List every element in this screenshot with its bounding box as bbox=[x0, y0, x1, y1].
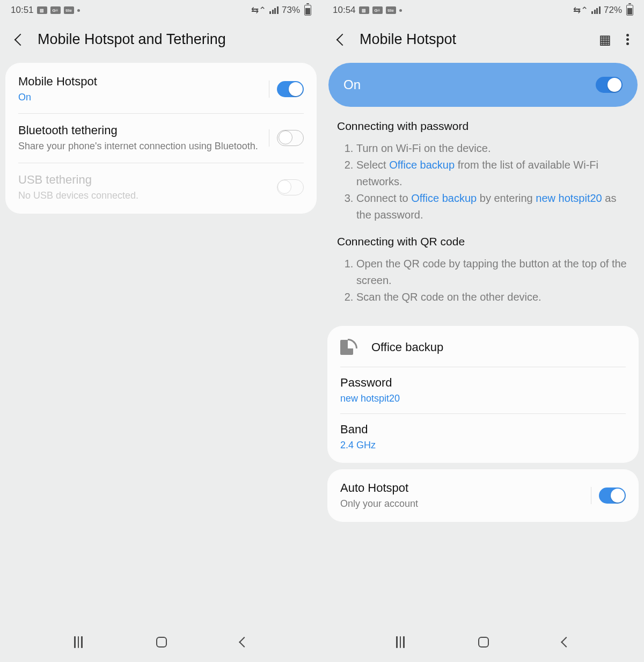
usb-tethering-label: USB tethering bbox=[18, 173, 270, 187]
password-row[interactable]: Password new hotspit20 bbox=[327, 367, 639, 413]
divider-icon bbox=[591, 487, 591, 504]
band-row[interactable]: Band 2.4 GHz bbox=[327, 414, 639, 460]
nav-back-button[interactable] bbox=[239, 637, 250, 648]
hotspot-master-toggle[interactable] bbox=[596, 77, 623, 93]
hotspot-master-toggle-row[interactable]: On bbox=[328, 63, 638, 107]
password-step-2: Select Office backup from the list of av… bbox=[356, 157, 629, 190]
nav-home-button[interactable] bbox=[156, 637, 167, 648]
tile-icon: tile bbox=[64, 6, 74, 14]
navigation-bar bbox=[322, 622, 644, 662]
auto-hotspot-toggle[interactable] bbox=[599, 488, 626, 504]
battery-percent: 73% bbox=[282, 5, 300, 16]
hotspot-icon bbox=[340, 340, 356, 355]
password-step-3: Connect to Office backup by entering new… bbox=[356, 190, 629, 223]
bluetooth-tethering-label: Bluetooth tethering bbox=[18, 123, 262, 137]
more-notifications-icon bbox=[77, 9, 80, 12]
signal-icon bbox=[269, 6, 279, 14]
divider-icon bbox=[269, 129, 269, 147]
more-notifications-icon bbox=[399, 9, 402, 12]
battery-percent: 72% bbox=[604, 5, 622, 16]
instructions-section: Connecting with password Turn on Wi-Fi o… bbox=[322, 114, 644, 322]
usb-tethering-row: USB tethering No USB devices connected. bbox=[5, 163, 317, 212]
news-icon: G≡ bbox=[372, 6, 383, 14]
nav-back-button[interactable] bbox=[561, 637, 572, 648]
password-link: new hotspit20 bbox=[536, 192, 602, 204]
auto-hotspot-label: Auto Hotspot bbox=[340, 481, 584, 495]
password-steps-list: Turn on Wi-Fi on the device. Select Offi… bbox=[337, 140, 629, 223]
nav-recents-button[interactable] bbox=[396, 636, 405, 648]
mobile-hotspot-toggle[interactable] bbox=[277, 81, 304, 97]
bluetooth-tethering-toggle[interactable] bbox=[277, 130, 304, 146]
connecting-password-title: Connecting with password bbox=[337, 120, 629, 133]
network-name-value: Office backup bbox=[371, 340, 443, 354]
password-label: Password bbox=[340, 376, 626, 390]
auto-hotspot-sub: Only your account bbox=[340, 497, 584, 510]
hotspot-master-label: On bbox=[343, 77, 361, 92]
band-value: 2.4 GHz bbox=[340, 439, 626, 452]
usb-tethering-desc: No USB devices connected. bbox=[18, 189, 270, 202]
page-header: Mobile Hotspot ▦ bbox=[322, 20, 644, 59]
qr-code-button[interactable]: ▦ bbox=[599, 32, 610, 47]
status-bar: 10:51 ▧ G≡ tile ⇆⌃ 73% bbox=[0, 0, 322, 20]
network-config-card: Office backup Password new hotspit20 Ban… bbox=[327, 326, 639, 463]
screen-tethering: 10:51 ▧ G≡ tile ⇆⌃ 73% Mobile Hotspot an… bbox=[0, 0, 322, 662]
network-name-link: Office backup bbox=[389, 159, 455, 171]
screen-hotspot-detail: 10:54 ▧ G≡ tile ⇆⌃ 72% Mobile Hotspot ▦ … bbox=[322, 0, 644, 662]
picture-icon: ▧ bbox=[37, 6, 47, 14]
usb-tethering-toggle bbox=[277, 179, 304, 195]
status-bar: 10:54 ▧ G≡ tile ⇆⌃ 72% bbox=[322, 0, 644, 20]
auto-hotspot-row[interactable]: Auto Hotspot Only your account bbox=[327, 471, 639, 520]
page-title: Mobile Hotspot and Tethering bbox=[38, 31, 226, 48]
back-button[interactable] bbox=[336, 33, 349, 46]
mobile-hotspot-status: On bbox=[18, 91, 262, 104]
band-label: Band bbox=[340, 423, 626, 437]
battery-icon bbox=[304, 5, 311, 16]
password-step-1: Turn on Wi-Fi on the device. bbox=[356, 140, 629, 157]
password-value: new hotspit20 bbox=[340, 392, 626, 405]
nav-home-button[interactable] bbox=[478, 637, 489, 648]
more-options-button[interactable] bbox=[624, 32, 631, 47]
status-time: 10:51 bbox=[11, 5, 34, 16]
divider-icon bbox=[269, 81, 269, 98]
tile-icon: tile bbox=[386, 6, 396, 14]
network-name-link: Office backup bbox=[411, 192, 477, 204]
back-button[interactable] bbox=[14, 33, 27, 46]
navigation-bar bbox=[0, 622, 322, 662]
page-title: Mobile Hotspot bbox=[360, 31, 456, 48]
wifi-icon: ⇆⌃ bbox=[573, 5, 588, 16]
qr-steps-list: Open the QR code by tapping the button a… bbox=[337, 256, 629, 305]
network-name-row[interactable]: Office backup bbox=[327, 328, 639, 367]
battery-icon bbox=[626, 5, 633, 16]
wifi-icon: ⇆⌃ bbox=[251, 5, 266, 16]
news-icon: G≡ bbox=[50, 6, 61, 14]
signal-icon bbox=[591, 6, 601, 14]
page-header: Mobile Hotspot and Tethering bbox=[0, 20, 322, 59]
settings-card: Mobile Hotspot On Bluetooth tethering Sh… bbox=[5, 63, 317, 214]
connecting-qr-title: Connecting with QR code bbox=[337, 235, 629, 248]
qr-step-2: Scan the QR code on the other device. bbox=[356, 289, 629, 305]
qr-step-1: Open the QR code by tapping the button a… bbox=[356, 256, 629, 289]
mobile-hotspot-row[interactable]: Mobile Hotspot On bbox=[5, 65, 317, 113]
bluetooth-tethering-desc: Share your phone's internet connection u… bbox=[18, 140, 262, 152]
bluetooth-tethering-row[interactable]: Bluetooth tethering Share your phone's i… bbox=[5, 114, 317, 162]
picture-icon: ▧ bbox=[359, 6, 369, 14]
status-time: 10:54 bbox=[333, 5, 356, 16]
nav-recents-button[interactable] bbox=[74, 636, 83, 648]
mobile-hotspot-label: Mobile Hotspot bbox=[18, 75, 262, 89]
auto-hotspot-card: Auto Hotspot Only your account bbox=[327, 469, 639, 522]
